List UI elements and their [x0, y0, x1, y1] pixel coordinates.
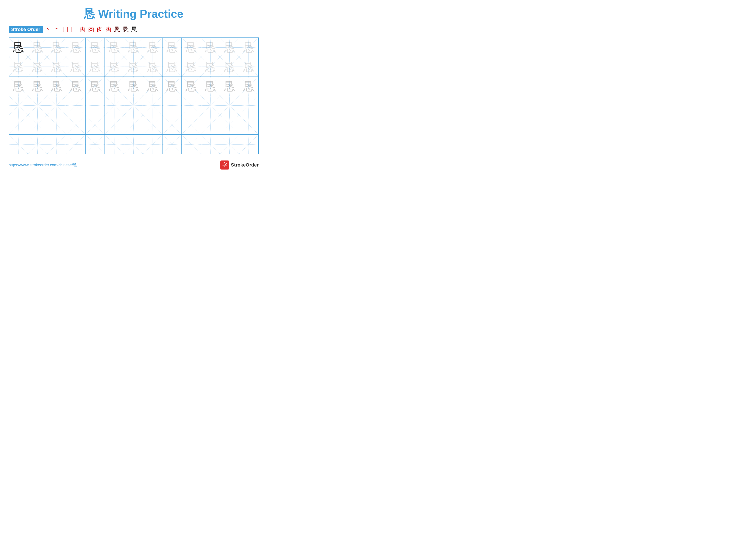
grid-cell[interactable]: 恳 — [28, 38, 47, 57]
grid-cell[interactable] — [239, 115, 258, 135]
svg-line-123 — [182, 115, 201, 135]
grid-cell[interactable] — [182, 96, 201, 115]
grid-cell[interactable]: 恳 — [239, 57, 258, 76]
svg-line-115 — [105, 115, 124, 135]
grid-cell[interactable] — [67, 96, 86, 115]
grid-cell[interactable]: 恳 — [105, 57, 124, 76]
svg-line-152 — [220, 135, 239, 154]
grid-cell[interactable] — [201, 135, 220, 154]
svg-line-129 — [239, 115, 258, 135]
grid-cell[interactable]: 恳 — [86, 76, 105, 96]
grid-cell[interactable]: 恳 — [47, 38, 67, 57]
grid-cell[interactable]: 恳 — [67, 38, 86, 57]
grid-cell[interactable]: 恳 — [239, 38, 258, 57]
grid-cell[interactable] — [86, 115, 105, 135]
footer-url[interactable]: https://www.strokeorder.com/chinese/恳 — [9, 163, 77, 167]
grid-cell[interactable] — [201, 115, 220, 135]
grid-cell[interactable]: 恳 — [182, 76, 201, 96]
grid-cell[interactable] — [67, 115, 86, 135]
grid-cell[interactable]: 恳 — [220, 38, 239, 57]
grid-cell[interactable] — [105, 115, 124, 135]
grid-cell[interactable] — [182, 135, 201, 154]
grid-cell[interactable] — [239, 135, 258, 154]
grid-cell[interactable]: 恳 — [124, 76, 143, 96]
grid-cell[interactable] — [143, 135, 162, 154]
grid-cell[interactable] — [86, 135, 105, 154]
grid-cell[interactable] — [105, 96, 124, 115]
grid-cell[interactable]: 恳 — [143, 38, 162, 57]
grid-cell[interactable]: 恳 — [182, 38, 201, 57]
grid-cell[interactable]: 恳 — [105, 76, 124, 96]
grid-cell[interactable]: 恳 — [220, 76, 239, 96]
grid-cell[interactable]: 恳 — [162, 57, 182, 76]
svg-line-79 — [9, 96, 28, 115]
svg-line-109 — [47, 115, 66, 135]
grid-cell[interactable] — [86, 96, 105, 115]
grid-cell[interactable] — [47, 115, 67, 135]
grid-cell[interactable]: 恳 — [143, 76, 162, 96]
svg-line-92 — [143, 96, 162, 115]
grid-cell[interactable]: 恳 — [220, 57, 239, 76]
grid-cell[interactable]: 恳 — [182, 57, 201, 76]
grid-cell[interactable]: 恳 — [143, 57, 162, 76]
svg-line-148 — [182, 135, 201, 154]
grid-cell[interactable]: 恳 — [47, 76, 67, 96]
grid-cell[interactable]: 恳 — [201, 76, 220, 96]
grid-cell[interactable]: 恳 — [28, 57, 47, 76]
grid-cell[interactable]: 恳 — [201, 38, 220, 57]
grid-cell[interactable] — [143, 115, 162, 135]
grid-cell[interactable]: 恳 — [162, 38, 182, 57]
grid-cell[interactable] — [28, 115, 47, 135]
grid-cell[interactable] — [9, 96, 28, 115]
grid-cell[interactable] — [47, 135, 67, 154]
grid-cell[interactable] — [182, 115, 201, 135]
svg-line-146 — [162, 135, 181, 154]
svg-line-90 — [124, 96, 143, 115]
grid-cell[interactable] — [143, 96, 162, 115]
grid-cell[interactable] — [124, 115, 143, 135]
svg-line-147 — [162, 135, 181, 154]
svg-line-117 — [124, 115, 143, 135]
grid-cell[interactable] — [124, 96, 143, 115]
grid-cell[interactable] — [28, 96, 47, 115]
grid-cell[interactable] — [9, 115, 28, 135]
grid-cell[interactable]: 恳 — [47, 57, 67, 76]
stroke-order-badge: Stroke Order — [9, 26, 43, 33]
main-title: 恳 Writing Practice — [9, 7, 258, 21]
grid-cell[interactable] — [162, 115, 182, 135]
grid-cell[interactable]: 恳 — [86, 57, 105, 76]
svg-line-101 — [220, 96, 239, 115]
grid-cell[interactable] — [162, 135, 182, 154]
grid-cell[interactable]: 恳 — [124, 57, 143, 76]
grid-cell[interactable] — [239, 96, 258, 115]
grid-cell[interactable] — [220, 115, 239, 135]
grid-cell[interactable] — [162, 96, 182, 115]
grid-cell[interactable] — [28, 135, 47, 154]
footer: https://www.strokeorder.com/chinese/恳 字 … — [9, 161, 258, 169]
svg-line-91 — [124, 96, 143, 115]
svg-line-122 — [182, 115, 201, 135]
grid-cell[interactable] — [47, 96, 67, 115]
grid-cell[interactable]: 恳 — [86, 38, 105, 57]
grid-cell[interactable]: 恳 — [67, 76, 86, 96]
grid-cell[interactable] — [105, 135, 124, 154]
svg-line-141 — [105, 135, 124, 154]
grid-cell[interactable] — [9, 135, 28, 154]
grid-row — [9, 115, 258, 135]
grid-cell[interactable]: 恳 — [9, 57, 28, 76]
svg-line-85 — [67, 96, 85, 115]
grid-cell[interactable]: 恳 — [105, 38, 124, 57]
grid-cell[interactable]: 恳 — [28, 76, 47, 96]
grid-cell[interactable]: 恳 — [124, 38, 143, 57]
grid-cell[interactable]: 恳 — [239, 76, 258, 96]
grid-cell[interactable] — [124, 135, 143, 154]
grid-cell[interactable] — [67, 135, 86, 154]
grid-cell[interactable] — [201, 96, 220, 115]
grid-cell[interactable] — [220, 96, 239, 115]
grid-cell[interactable]: 恳 — [67, 57, 86, 76]
grid-cell[interactable]: 恳 — [162, 76, 182, 96]
grid-cell[interactable] — [220, 135, 239, 154]
grid-cell[interactable]: 恳 — [201, 57, 220, 76]
grid-cell[interactable]: 恳 — [9, 38, 28, 57]
grid-cell[interactable]: 恳 — [9, 76, 28, 96]
